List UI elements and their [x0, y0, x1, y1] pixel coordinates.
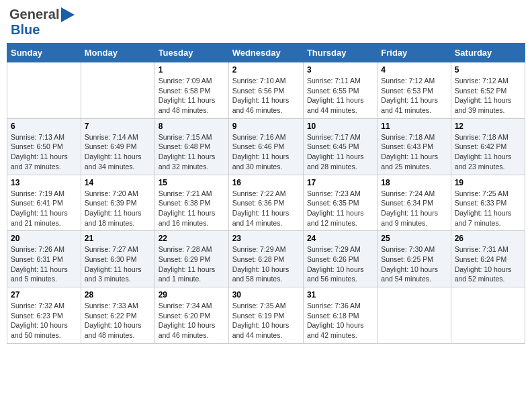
day-info: Sunrise: 7:34 AMSunset: 6:20 PMDaylight:… — [159, 301, 225, 340]
day-info: Sunrise: 7:12 AMSunset: 6:53 PMDaylight:… — [381, 76, 447, 116]
calendar-cell: 27Sunrise: 7:32 AMSunset: 6:23 PMDayligh… — [7, 287, 81, 344]
calendar-week-row: 13Sunrise: 7:19 AMSunset: 6:41 PMDayligh… — [7, 175, 525, 231]
day-number: 1 — [159, 65, 225, 75]
day-number: 29 — [159, 290, 225, 300]
calendar-cell: 25Sunrise: 7:30 AMSunset: 6:25 PMDayligh… — [378, 231, 451, 287]
day-number: 19 — [455, 178, 521, 187]
calendar-cell: 29Sunrise: 7:34 AMSunset: 6:20 PMDayligh… — [154, 287, 228, 344]
calendar-week-row: 1Sunrise: 7:09 AMSunset: 6:58 PMDaylight… — [7, 62, 525, 119]
day-info: Sunrise: 7:22 AMSunset: 6:36 PMDaylight:… — [232, 189, 300, 228]
day-info: Sunrise: 7:29 AMSunset: 6:26 PMDaylight:… — [307, 244, 373, 284]
calendar-cell: 7Sunrise: 7:14 AMSunset: 6:49 PMDaylight… — [81, 118, 154, 175]
calendar-cell: 1Sunrise: 7:09 AMSunset: 6:58 PMDaylight… — [154, 62, 228, 119]
calendar-cell: 10Sunrise: 7:17 AMSunset: 6:45 PMDayligh… — [303, 118, 377, 175]
day-info: Sunrise: 7:25 AMSunset: 6:33 PMDaylight:… — [455, 189, 521, 228]
calendar-cell — [378, 287, 451, 344]
day-info: Sunrise: 7:15 AMSunset: 6:48 PMDaylight:… — [159, 132, 225, 172]
day-number: 8 — [159, 122, 225, 131]
calendar-cell — [7, 62, 81, 119]
day-info: Sunrise: 7:19 AMSunset: 6:41 PMDaylight:… — [11, 189, 77, 228]
day-number: 24 — [307, 234, 373, 243]
day-number: 25 — [381, 234, 447, 243]
logo: General Blue — [9, 7, 75, 38]
day-info: Sunrise: 7:13 AMSunset: 6:50 PMDaylight:… — [11, 132, 77, 172]
day-info: Sunrise: 7:10 AMSunset: 6:56 PMDaylight:… — [232, 76, 300, 116]
day-number: 21 — [85, 234, 151, 243]
day-number: 11 — [381, 122, 447, 131]
calendar-cell: 3Sunrise: 7:11 AMSunset: 6:55 PMDaylight… — [303, 62, 377, 119]
day-number: 13 — [11, 178, 77, 187]
calendar-cell: 21Sunrise: 7:27 AMSunset: 6:30 PMDayligh… — [81, 231, 154, 287]
day-number: 10 — [307, 122, 373, 131]
calendar-cell: 19Sunrise: 7:25 AMSunset: 6:33 PMDayligh… — [451, 175, 525, 231]
calendar-week-row: 20Sunrise: 7:26 AMSunset: 6:31 PMDayligh… — [7, 231, 525, 287]
day-info: Sunrise: 7:26 AMSunset: 6:31 PMDaylight:… — [11, 244, 77, 284]
day-info: Sunrise: 7:33 AMSunset: 6:22 PMDaylight:… — [85, 301, 151, 340]
calendar-cell — [451, 287, 525, 344]
page-container: General Blue Sunday Monday Tuesday Wedne… — [7, 7, 525, 344]
calendar-week-row: 6Sunrise: 7:13 AMSunset: 6:50 PMDaylight… — [7, 118, 525, 175]
header-saturday: Saturday — [451, 44, 525, 62]
day-info: Sunrise: 7:20 AMSunset: 6:39 PMDaylight:… — [85, 189, 151, 228]
day-info: Sunrise: 7:18 AMSunset: 6:42 PMDaylight:… — [455, 132, 521, 172]
day-info: Sunrise: 7:09 AMSunset: 6:58 PMDaylight:… — [159, 76, 225, 116]
day-number: 5 — [455, 65, 521, 75]
header-wednesday: Wednesday — [228, 44, 303, 62]
calendar-week-row: 27Sunrise: 7:32 AMSunset: 6:23 PMDayligh… — [7, 287, 525, 344]
calendar-cell: 14Sunrise: 7:20 AMSunset: 6:39 PMDayligh… — [81, 175, 154, 231]
calendar-cell: 13Sunrise: 7:19 AMSunset: 6:41 PMDayligh… — [7, 175, 81, 231]
day-number: 27 — [11, 290, 77, 300]
calendar-cell: 4Sunrise: 7:12 AMSunset: 6:53 PMDaylight… — [378, 62, 451, 119]
day-number: 20 — [11, 234, 77, 243]
header-tuesday: Tuesday — [154, 44, 228, 62]
logo-arrow-icon — [61, 7, 75, 22]
calendar-cell: 16Sunrise: 7:22 AMSunset: 6:36 PMDayligh… — [228, 175, 303, 231]
day-number: 22 — [159, 234, 225, 243]
day-info: Sunrise: 7:30 AMSunset: 6:25 PMDaylight:… — [381, 244, 447, 284]
day-info: Sunrise: 7:32 AMSunset: 6:23 PMDaylight:… — [11, 301, 77, 340]
calendar-cell: 22Sunrise: 7:28 AMSunset: 6:29 PMDayligh… — [154, 231, 228, 287]
day-number: 17 — [307, 178, 373, 187]
day-number: 2 — [232, 65, 300, 75]
day-number: 15 — [159, 178, 225, 187]
day-number: 9 — [232, 122, 300, 131]
day-info: Sunrise: 7:12 AMSunset: 6:52 PMDaylight:… — [455, 76, 521, 116]
calendar-cell: 26Sunrise: 7:31 AMSunset: 6:24 PMDayligh… — [451, 231, 525, 287]
day-info: Sunrise: 7:21 AMSunset: 6:38 PMDaylight:… — [159, 189, 225, 228]
day-number: 6 — [11, 122, 77, 131]
header-friday: Friday — [378, 44, 451, 62]
logo-general-text: General — [9, 7, 59, 22]
calendar-cell: 8Sunrise: 7:15 AMSunset: 6:48 PMDaylight… — [154, 118, 228, 175]
calendar-cell: 23Sunrise: 7:29 AMSunset: 6:28 PMDayligh… — [228, 231, 303, 287]
calendar-cell: 12Sunrise: 7:18 AMSunset: 6:42 PMDayligh… — [451, 118, 525, 175]
day-number: 18 — [381, 178, 447, 187]
day-info: Sunrise: 7:16 AMSunset: 6:46 PMDaylight:… — [232, 132, 300, 172]
day-number: 28 — [85, 290, 151, 300]
day-number: 16 — [232, 178, 300, 187]
calendar-header-row: Sunday Monday Tuesday Wednesday Thursday… — [7, 44, 525, 62]
day-number: 23 — [232, 234, 300, 243]
calendar-cell: 18Sunrise: 7:24 AMSunset: 6:34 PMDayligh… — [378, 175, 451, 231]
day-info: Sunrise: 7:24 AMSunset: 6:34 PMDaylight:… — [381, 189, 447, 228]
day-number: 4 — [381, 65, 447, 75]
calendar-cell: 6Sunrise: 7:13 AMSunset: 6:50 PMDaylight… — [7, 118, 81, 175]
day-info: Sunrise: 7:17 AMSunset: 6:45 PMDaylight:… — [307, 132, 373, 172]
day-info: Sunrise: 7:36 AMSunset: 6:18 PMDaylight:… — [307, 301, 373, 340]
calendar-cell: 24Sunrise: 7:29 AMSunset: 6:26 PMDayligh… — [303, 231, 377, 287]
header: General Blue — [7, 7, 525, 38]
calendar-cell: 28Sunrise: 7:33 AMSunset: 6:22 PMDayligh… — [81, 287, 154, 344]
day-info: Sunrise: 7:31 AMSunset: 6:24 PMDaylight:… — [455, 244, 521, 284]
day-info: Sunrise: 7:18 AMSunset: 6:43 PMDaylight:… — [381, 132, 447, 172]
day-info: Sunrise: 7:11 AMSunset: 6:55 PMDaylight:… — [307, 76, 373, 116]
calendar-table: Sunday Monday Tuesday Wednesday Thursday… — [7, 43, 525, 344]
calendar-cell — [81, 62, 154, 119]
day-info: Sunrise: 7:35 AMSunset: 6:19 PMDaylight:… — [232, 301, 300, 340]
calendar-cell: 17Sunrise: 7:23 AMSunset: 6:35 PMDayligh… — [303, 175, 377, 231]
day-number: 30 — [232, 290, 300, 300]
calendar-cell: 9Sunrise: 7:16 AMSunset: 6:46 PMDaylight… — [228, 118, 303, 175]
day-info: Sunrise: 7:23 AMSunset: 6:35 PMDaylight:… — [307, 189, 373, 228]
day-info: Sunrise: 7:14 AMSunset: 6:49 PMDaylight:… — [85, 132, 151, 172]
calendar-cell: 5Sunrise: 7:12 AMSunset: 6:52 PMDaylight… — [451, 62, 525, 119]
logo-blue-text: Blue — [11, 22, 40, 38]
calendar-cell: 15Sunrise: 7:21 AMSunset: 6:38 PMDayligh… — [154, 175, 228, 231]
